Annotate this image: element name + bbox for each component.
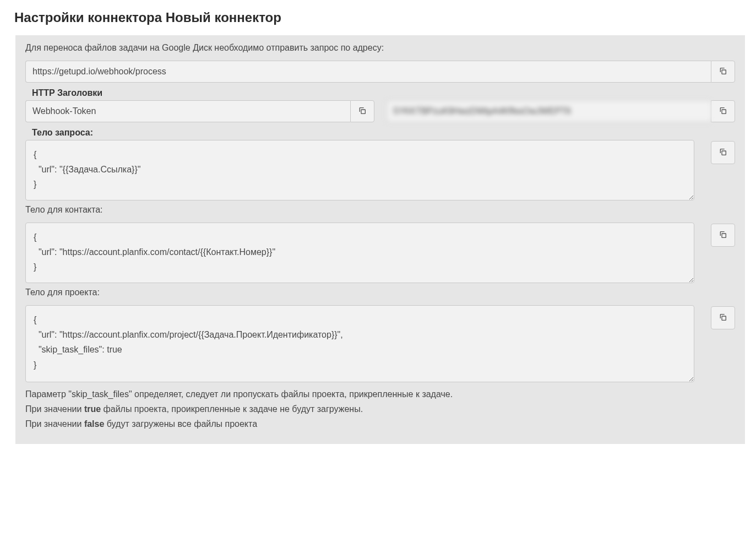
copy-header-name-button[interactable] [350, 100, 374, 122]
svg-rect-2 [722, 110, 726, 113]
headers-row [25, 100, 735, 122]
copy-icon [719, 230, 727, 241]
copy-contact-body-button[interactable] [711, 224, 735, 247]
footnote-bold: false [84, 419, 104, 429]
copy-icon [719, 106, 727, 117]
contact-body-row [25, 223, 735, 283]
header-name-input[interactable] [25, 100, 350, 122]
copy-header-value-button[interactable] [711, 100, 735, 122]
svg-rect-5 [722, 316, 726, 320]
task-body-textarea[interactable] [25, 140, 694, 200]
settings-panel: Для переноса файлов задачи на Google Дис… [15, 35, 745, 444]
footnote: Параметр "skip_task_files" определяет, с… [25, 387, 735, 432]
project-body-row [25, 305, 735, 382]
svg-rect-4 [722, 234, 726, 237]
copy-project-body-button[interactable] [711, 306, 735, 329]
project-body-label: Тело для проекта: [25, 288, 735, 297]
copy-task-body-button[interactable] [711, 141, 735, 164]
webhook-url-row [25, 61, 735, 83]
footnote-text: При значении [25, 404, 84, 414]
footnote-text: При значении [25, 419, 84, 429]
copy-icon [358, 106, 367, 117]
copy-icon [719, 67, 727, 77]
footnote-bold: true [84, 404, 101, 414]
page-title: Настройки коннектора Новый коннектор [0, 0, 756, 35]
footnote-line-3: При значении false будут загружены все ф… [25, 416, 735, 431]
intro-text: Для переноса файлов задачи на Google Дис… [25, 43, 735, 53]
footnote-line-1: Параметр "skip_task_files" определяет, с… [25, 387, 735, 402]
copy-icon [719, 313, 727, 323]
svg-rect-0 [722, 70, 726, 74]
contact-body-textarea[interactable] [25, 223, 694, 283]
footnote-text: файлы проекта, проикрепленные к задаче н… [101, 404, 363, 414]
copy-icon [719, 148, 727, 158]
footnote-text: будут загружены все файлы проекта [104, 419, 257, 429]
request-body-label: Тело запроса: [32, 128, 735, 138]
project-body-textarea[interactable] [25, 305, 694, 382]
svg-rect-1 [361, 110, 365, 113]
header-value-input[interactable] [387, 100, 711, 122]
contact-body-label: Тело для контакта: [25, 205, 735, 215]
svg-rect-3 [722, 151, 726, 155]
task-body-row [25, 140, 735, 200]
webhook-url-input[interactable] [25, 61, 711, 83]
copy-webhook-url-button[interactable] [711, 61, 735, 83]
http-headers-label: HTTP Заголовки [32, 88, 735, 98]
footnote-line-2: При значении true файлы проекта, проикре… [25, 402, 735, 416]
